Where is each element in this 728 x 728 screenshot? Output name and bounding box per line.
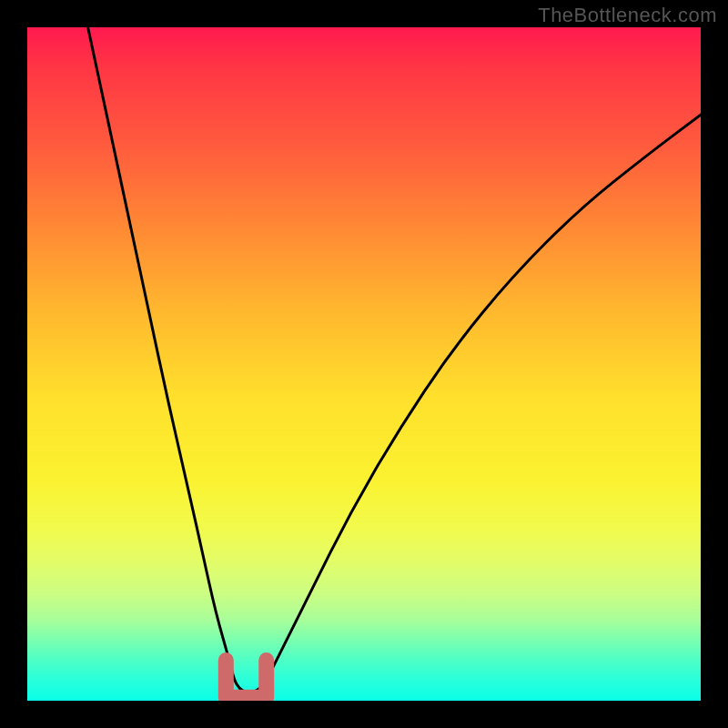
- chart-svg: [27, 27, 701, 701]
- plot-area: [27, 27, 701, 701]
- optimal-marker: [226, 661, 266, 698]
- watermark-text: TheBottleneck.com: [538, 4, 717, 27]
- chart-container: TheBottleneck.com: [0, 0, 728, 728]
- bottleneck-curve: [88, 27, 701, 693]
